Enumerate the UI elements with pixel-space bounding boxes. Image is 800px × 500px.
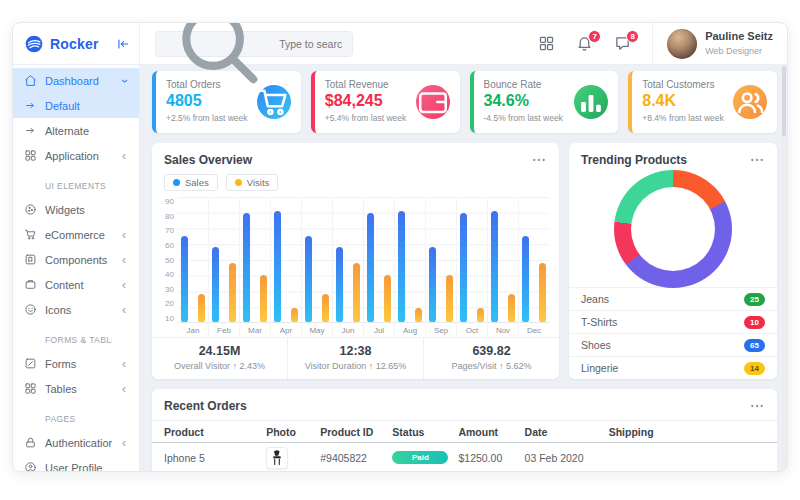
x-tick-label: Apr	[271, 323, 301, 337]
bar-visits	[539, 263, 546, 322]
sidebar-item-label: eCommerce	[45, 229, 112, 241]
sidebar-item[interactable]: Widgets	[13, 197, 139, 222]
sidebar-item-label: Dashboard	[45, 75, 112, 87]
x-tick-label: Jul	[364, 323, 394, 337]
y-tick-label: 40	[160, 270, 174, 279]
sidebar-item[interactable]: Default	[13, 93, 139, 118]
sidebar-item[interactable]: UI ELEMENTS	[13, 168, 139, 197]
scrollbar-thumb[interactable]	[782, 66, 786, 136]
more-menu-icon[interactable]	[531, 152, 547, 168]
footer-stat-label: Pages/Visit ↑ 5.62%	[428, 361, 555, 371]
trending-list-item[interactable]: Lingerie 14	[569, 356, 777, 379]
status-badge: Paid	[392, 451, 448, 464]
product-category-label: Lingerie	[581, 362, 618, 374]
product-category-label: Jeans	[581, 293, 609, 305]
legend-label: Visits	[247, 177, 270, 188]
count-badge: 10	[744, 316, 765, 329]
sidebar-item[interactable]: Content ‹	[13, 272, 139, 297]
more-menu-icon[interactable]	[749, 398, 765, 414]
search-input[interactable]	[277, 37, 344, 51]
app-window: Rocker 7 8 Pauline Seitz Web Designer	[12, 22, 788, 472]
column-header: Date	[525, 426, 609, 438]
sidebar-item[interactable]: Icons ‹	[13, 297, 139, 322]
arrow-icon	[24, 99, 37, 112]
y-tick-label: 30	[160, 285, 174, 294]
topbar: Rocker 7 8 Pauline Seitz Web Designer	[13, 23, 787, 65]
more-menu-icon[interactable]	[749, 152, 765, 168]
bar-sales	[274, 211, 281, 322]
notifications-button[interactable]: 7	[576, 35, 593, 52]
footer-stat: 12:38 Visitor Duration ↑ 12.65%	[287, 338, 423, 379]
bar-visits	[446, 275, 453, 322]
bar-visits	[477, 308, 484, 322]
y-tick-label: 80	[160, 212, 174, 221]
y-tick-label: 10	[160, 314, 174, 323]
bar-group: Jul	[363, 197, 394, 337]
sidebar-item[interactable]: eCommerce ‹	[13, 222, 139, 247]
sidebar-item[interactable]: Alternate	[13, 118, 139, 143]
product-category-label: T-Shirts	[581, 316, 617, 328]
orders-table-header: ProductPhotoProduct IDStatusAmountDateSh…	[152, 420, 777, 443]
sidebar-item-label: UI ELEMENTS	[45, 181, 112, 191]
y-tick-label: 70	[160, 226, 174, 235]
scrollbar-track[interactable]	[782, 66, 786, 470]
sidebar-item-label: Application	[45, 150, 112, 162]
sidebar-item[interactable]: Components ‹	[13, 247, 139, 272]
trending-list-item[interactable]: T-Shirts 10	[569, 310, 777, 333]
lock-icon	[24, 436, 37, 449]
chevron-icon: ‹	[120, 229, 128, 241]
order-date: 03 Feb 2020	[525, 452, 609, 464]
home-icon	[24, 74, 37, 87]
forms-icon	[24, 357, 37, 370]
sidebar-item[interactable]: FORMS & TABLES	[13, 322, 139, 351]
brand: Rocker	[13, 23, 140, 64]
sidebar-item[interactable]: Tables ‹	[13, 376, 139, 401]
orders-card-header: Recent Orders	[152, 389, 777, 417]
apps-grid-icon[interactable]	[538, 35, 555, 52]
trending-list-item[interactable]: Jeans 25	[569, 287, 777, 310]
order-product-id: #9405822	[320, 452, 392, 464]
sales-footer-stats: 24.15M Overall Visitor ↑ 2.43% 12:38 Vis…	[152, 337, 559, 379]
up-arrow-icon: ↑	[369, 361, 374, 371]
bar-group: Feb	[208, 197, 239, 337]
sidebar-item[interactable]: PAGES	[13, 401, 139, 430]
user-name-text: Pauline Seitz	[705, 30, 773, 42]
sales-card-header: Sales Overview	[152, 143, 559, 171]
bar-visits	[198, 294, 205, 322]
bar-group: May	[301, 197, 332, 337]
search-box[interactable]	[155, 31, 353, 57]
bar-sales	[212, 247, 219, 322]
legend-chip[interactable]: Visits	[226, 174, 279, 191]
bar-sales	[522, 236, 529, 322]
x-tick-label: May	[302, 323, 332, 337]
legend-chip[interactable]: Sales	[164, 174, 218, 191]
order-row[interactable]: Iphone 5 #9405822 Paid $1250.00 03 Feb 2…	[152, 443, 777, 471]
sidebar-item[interactable]: Authentication ‹	[13, 430, 139, 455]
sidebar-item[interactable]: Forms ‹	[13, 351, 139, 376]
arrow-icon	[24, 124, 37, 137]
bar-visits	[291, 308, 298, 322]
plot-area: JanFebMarAprMayJunJulAugSepOctNovDec	[178, 197, 549, 337]
trending-list: Jeans 25 T-Shirts 10 Shoes 65 Lingerie 1…	[569, 287, 777, 379]
x-tick-label: Jan	[178, 323, 208, 337]
sidebar-collapse-icon[interactable]	[116, 37, 130, 51]
topbar-right: 7 8 Pauline Seitz Web Designer	[538, 23, 787, 64]
column-header: Shipping	[609, 426, 765, 438]
bar-sales	[429, 247, 436, 322]
grid-icon	[24, 382, 37, 395]
bar-sales	[367, 213, 374, 322]
messages-button[interactable]: 8	[614, 35, 631, 52]
notification-count-badge: 7	[588, 30, 601, 43]
sidebar-item[interactable]: Application ‹	[13, 143, 139, 168]
user-menu[interactable]: Pauline Seitz Web Designer	[667, 29, 787, 59]
widgets-icon	[24, 203, 37, 216]
legend-label: Sales	[185, 177, 209, 188]
bar-group: Jun	[332, 197, 363, 337]
trending-products-card: Trending Products Jeans 25 T-Shirts 10	[569, 143, 777, 379]
sidebar-item[interactable]: Dashboard ‹	[13, 68, 139, 93]
bar-sales	[398, 211, 405, 322]
sales-overview-card: Sales Overview Sales Visits 9080706	[152, 143, 559, 379]
topbar-divider	[652, 23, 653, 65]
sidebar-item[interactable]: User Profile	[13, 455, 139, 471]
trending-list-item[interactable]: Shoes 65	[569, 333, 777, 356]
